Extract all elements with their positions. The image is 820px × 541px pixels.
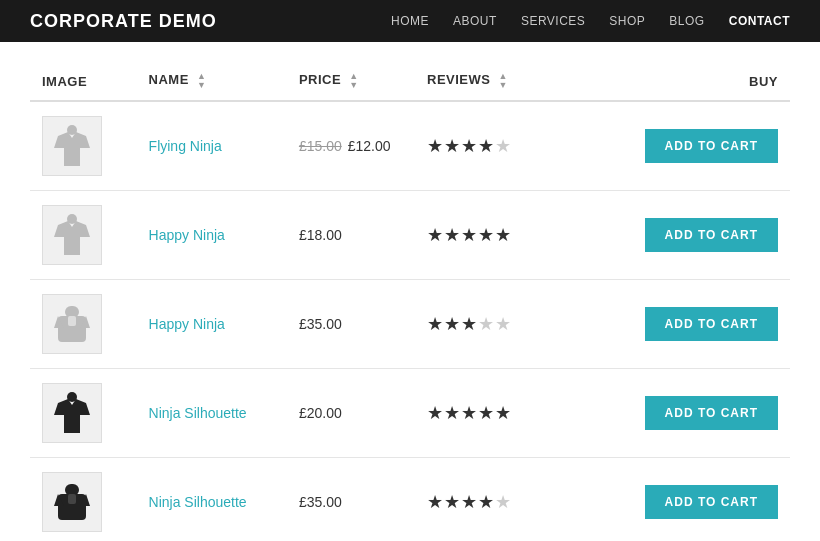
add-to-cart-button[interactable]: ADD TO CART	[645, 485, 778, 519]
nav-about[interactable]: ABOUT	[453, 14, 497, 28]
table-row: Happy Ninja £35.00 ★★★★★ ADD TO CART	[30, 280, 790, 369]
product-price-cell: £20.00	[287, 369, 415, 458]
add-to-cart-button[interactable]: ADD TO CART	[645, 218, 778, 252]
star-full: ★	[461, 491, 477, 513]
col-header-name[interactable]: NAME ▲▼	[137, 62, 287, 101]
product-buy-cell: ADD TO CART	[620, 458, 790, 542]
product-name-cell: Ninja Silhouette	[137, 369, 287, 458]
product-name-link[interactable]: Ninja Silhouette	[149, 405, 247, 421]
add-to-cart-button[interactable]: ADD TO CART	[645, 396, 778, 430]
product-image-cell	[30, 458, 137, 542]
star-rating: ★★★★★	[427, 224, 511, 246]
star-rating: ★★★★★	[427, 135, 511, 157]
main-content: IMAGE NAME ▲▼ PRICE ▲▼ REVIEWS ▲▼ BUY	[0, 42, 820, 541]
price-regular: £18.00	[299, 227, 342, 243]
product-image	[42, 383, 102, 443]
nav-contact[interactable]: CONTACT	[729, 14, 790, 28]
product-reviews-cell: ★★★★★	[415, 191, 620, 280]
star-rating: ★★★★★	[427, 402, 511, 424]
product-name-cell: Ninja Silhouette	[137, 458, 287, 542]
product-reviews-cell: ★★★★★	[415, 280, 620, 369]
price-regular: £35.00	[299, 316, 342, 332]
table-row: Ninja Silhouette £20.00 ★★★★★ ADD TO CAR…	[30, 369, 790, 458]
svg-marker-0	[54, 132, 90, 166]
product-name-link[interactable]: Ninja Silhouette	[149, 494, 247, 510]
price-regular: £35.00	[299, 494, 342, 510]
star-full: ★	[444, 224, 460, 246]
product-buy-cell: ADD TO CART	[620, 369, 790, 458]
star-full: ★	[444, 402, 460, 424]
price-regular: £20.00	[299, 405, 342, 421]
product-reviews-cell: ★★★★★	[415, 458, 620, 542]
product-reviews-cell: ★★★★★	[415, 101, 620, 191]
star-full: ★	[478, 402, 494, 424]
product-buy-cell: ADD TO CART	[620, 280, 790, 369]
product-image	[42, 205, 102, 265]
svg-point-3	[67, 214, 77, 224]
col-header-buy: BUY	[620, 62, 790, 101]
product-image	[42, 294, 102, 354]
col-header-reviews[interactable]: REVIEWS ▲▼	[415, 62, 620, 101]
nav-home[interactable]: HOME	[391, 14, 429, 28]
star-full: ★	[461, 224, 477, 246]
star-empty: ★	[495, 491, 511, 513]
star-full: ★	[495, 402, 511, 424]
star-full: ★	[427, 491, 443, 513]
product-price-cell: £15.00£12.00	[287, 101, 415, 191]
product-price-cell: £18.00	[287, 191, 415, 280]
site-header: CORPORATE DEMO HOME ABOUT SERVICES SHOP …	[0, 0, 820, 42]
star-full: ★	[444, 313, 460, 335]
star-full: ★	[461, 402, 477, 424]
star-rating: ★★★★★	[427, 313, 511, 335]
table-row: Flying Ninja £15.00£12.00 ★★★★★ ADD TO C…	[30, 101, 790, 191]
star-full: ★	[427, 402, 443, 424]
product-name-cell: Flying Ninja	[137, 101, 287, 191]
nav-services[interactable]: SERVICES	[521, 14, 585, 28]
product-image	[42, 116, 102, 176]
sort-arrows-reviews: ▲▼	[499, 72, 508, 90]
product-image-cell	[30, 369, 137, 458]
star-rating: ★★★★★	[427, 491, 511, 513]
add-to-cart-button[interactable]: ADD TO CART	[645, 129, 778, 163]
product-name-cell: Happy Ninja	[137, 280, 287, 369]
product-name-link[interactable]: Happy Ninja	[149, 227, 225, 243]
product-name-link[interactable]: Happy Ninja	[149, 316, 225, 332]
nav-shop[interactable]: SHOP	[609, 14, 645, 28]
star-empty: ★	[478, 313, 494, 335]
star-full: ★	[495, 224, 511, 246]
star-empty: ★	[495, 313, 511, 335]
product-price-cell: £35.00	[287, 458, 415, 542]
price-new: £12.00	[348, 138, 391, 154]
product-image-cell	[30, 191, 137, 280]
nav-blog[interactable]: BLOG	[669, 14, 704, 28]
star-empty: ★	[495, 135, 511, 157]
star-full: ★	[427, 135, 443, 157]
product-image-cell	[30, 280, 137, 369]
svg-point-10	[67, 392, 77, 402]
products-table: IMAGE NAME ▲▼ PRICE ▲▼ REVIEWS ▲▼ BUY	[30, 62, 790, 541]
col-header-price[interactable]: PRICE ▲▼	[287, 62, 415, 101]
table-row: Ninja Silhouette £35.00 ★★★★★ ADD TO CAR…	[30, 458, 790, 542]
product-price-cell: £35.00	[287, 280, 415, 369]
site-logo: CORPORATE DEMO	[30, 11, 217, 32]
svg-rect-8	[68, 316, 76, 326]
product-buy-cell: ADD TO CART	[620, 101, 790, 191]
sort-arrows-price: ▲▼	[349, 72, 358, 90]
star-full: ★	[461, 135, 477, 157]
svg-marker-2	[54, 221, 90, 255]
product-image	[42, 472, 102, 532]
product-image-cell	[30, 101, 137, 191]
add-to-cart-button[interactable]: ADD TO CART	[645, 307, 778, 341]
table-row: Happy Ninja £18.00 ★★★★★ ADD TO CART	[30, 191, 790, 280]
product-reviews-cell: ★★★★★	[415, 369, 620, 458]
star-full: ★	[444, 135, 460, 157]
svg-marker-9	[54, 399, 90, 433]
product-name-link[interactable]: Flying Ninja	[149, 138, 222, 154]
main-nav: HOME ABOUT SERVICES SHOP BLOG CONTACT	[391, 14, 790, 28]
star-full: ★	[478, 135, 494, 157]
star-full: ★	[444, 491, 460, 513]
col-header-image: IMAGE	[30, 62, 137, 101]
star-full: ★	[478, 491, 494, 513]
price-old: £15.00	[299, 138, 342, 154]
sort-arrows-name: ▲▼	[197, 72, 206, 90]
